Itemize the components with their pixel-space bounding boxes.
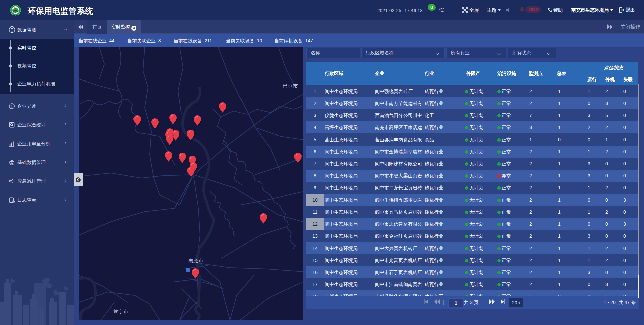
svg-text:南充市: 南充市 <box>188 257 203 263</box>
svg-text:巴中市: 巴中市 <box>283 83 298 89</box>
svg-text:遂宁市: 遂宁市 <box>113 308 128 314</box>
